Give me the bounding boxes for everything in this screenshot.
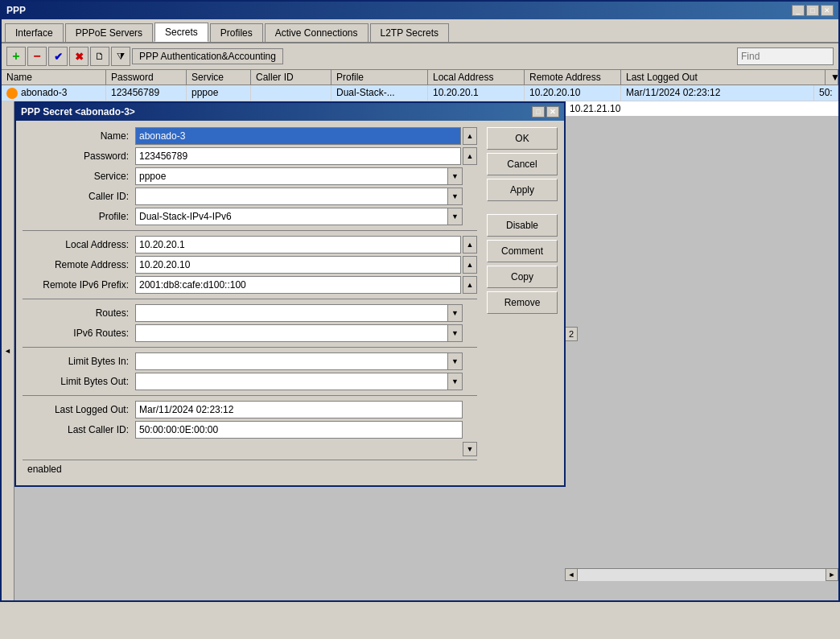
check-button[interactable]: ✔ xyxy=(48,47,68,66)
last-caller-id-label: Last Caller ID: xyxy=(23,424,135,435)
delete-button[interactable]: − xyxy=(27,47,47,66)
remote-ipv6-prefix-label: Remote IPv6 Prefix: xyxy=(23,279,135,291)
cancel-button[interactable]: ✖ xyxy=(69,47,89,66)
left-side-arrow[interactable]: ◄ xyxy=(2,101,14,600)
profile-dropdown-btn[interactable]: ▼ xyxy=(448,208,463,225)
h-scroll-track[interactable] xyxy=(578,569,826,581)
routes-dropdown-btn[interactable]: ▼ xyxy=(448,304,463,322)
ok-button[interactable]: OK xyxy=(487,127,558,150)
service-dropdown-btn[interactable]: ▼ xyxy=(448,167,463,185)
limit-bytes-in-input[interactable] xyxy=(135,352,448,370)
right-ip: 10.21.21.10 xyxy=(565,101,838,116)
right-panel: 10.21.21.10 ◄ ► 2 xyxy=(565,101,838,600)
cell-local-address: 10.20.20.1 xyxy=(428,85,525,101)
separator-4 xyxy=(23,395,477,396)
profile-input-group: ▼ xyxy=(135,208,463,225)
scroll-down-area: ▼ xyxy=(23,442,477,456)
remote-address-input[interactable] xyxy=(135,256,461,274)
ipv6-routes-input[interactable] xyxy=(135,324,448,342)
password-input-group xyxy=(135,147,461,165)
caller-id-input[interactable] xyxy=(135,188,448,205)
last-caller-id-row: Last Caller ID: xyxy=(23,421,477,439)
cell-last-logged-out: Mar/11/2024 02:23:12 xyxy=(621,85,814,101)
copy-button[interactable]: Copy xyxy=(487,266,558,288)
remove-button[interactable]: Remove xyxy=(487,291,558,314)
dialog-title-bar: PPP Secret <abonado-3> □ ✕ xyxy=(16,103,564,121)
col-password: Password xyxy=(106,70,187,85)
password-scroll-up[interactable]: ▲ xyxy=(463,147,477,165)
col-last-logged-out: Last Logged Out xyxy=(621,70,826,85)
name-scroll-up[interactable]: ▲ xyxy=(463,127,477,145)
disable-button[interactable]: Disable xyxy=(487,214,558,237)
tab-profiles[interactable]: Profiles xyxy=(210,23,263,42)
profile-label: Profile: xyxy=(23,211,135,222)
h-scroll-right[interactable]: ► xyxy=(826,568,838,581)
table-row[interactable]: abonado-3 123456789 pppoe Dual-Stack-...… xyxy=(2,85,838,101)
h-scrollbar-area: ◄ ► xyxy=(565,568,838,581)
dialog-close-btn[interactable]: ✕ xyxy=(546,106,559,117)
status-text: enabled xyxy=(27,464,62,475)
cancel-button-dialog[interactable]: Cancel xyxy=(487,153,558,175)
col-local-address: Local Address xyxy=(428,70,525,85)
maximize-btn[interactable]: □ xyxy=(806,5,819,16)
tab-l2tp-secrets[interactable]: L2TP Secrets xyxy=(370,23,449,42)
profile-input[interactable] xyxy=(135,208,448,225)
routes-label: Routes: xyxy=(23,307,135,319)
ipv6-routes-input-group: ▼ xyxy=(135,324,463,342)
caller-id-dropdown-btn[interactable]: ▼ xyxy=(448,188,463,205)
tab-interface[interactable]: Interface xyxy=(5,23,64,42)
limit-bytes-out-label: Limit Bytes Out: xyxy=(23,376,135,387)
comment-button[interactable]: Comment xyxy=(487,240,558,262)
local-address-input-group xyxy=(135,236,461,254)
dialog-restore-btn[interactable]: □ xyxy=(532,106,545,117)
ipv6-routes-dropdown-btn[interactable]: ▼ xyxy=(448,324,463,342)
tab-secrets[interactable]: Secrets xyxy=(154,23,208,42)
service-input-group: ▼ xyxy=(135,167,463,185)
status-icon xyxy=(6,88,18,99)
col-caller-id: Caller ID xyxy=(251,70,331,85)
dialog-content: Name: ▲ Password: ▲ xyxy=(16,121,564,485)
cell-remote-address: 10.20.20.10 xyxy=(525,85,621,101)
password-row: Password: ▲ xyxy=(23,147,477,165)
minimize-btn[interactable]: _ xyxy=(792,5,805,16)
add-button[interactable]: + xyxy=(6,47,26,66)
routes-input[interactable] xyxy=(135,304,448,322)
dialog-title-text: PPP Secret <abonado-3> xyxy=(21,106,135,117)
name-input-group xyxy=(135,127,461,145)
tab-active-connections[interactable]: Active Connections xyxy=(265,23,369,42)
local-address-input[interactable] xyxy=(135,236,461,254)
ppp-auth-btn[interactable]: PPP Authentication&Accounting xyxy=(132,48,283,64)
last-caller-id-input[interactable] xyxy=(135,421,463,439)
limit-bytes-out-dropdown-btn[interactable]: ▼ xyxy=(448,373,463,390)
tab-pppoe-servers[interactable]: PPPoE Servers xyxy=(65,23,153,42)
remote-address-scroll-up[interactable]: ▲ xyxy=(463,256,477,274)
find-input[interactable] xyxy=(737,47,834,65)
ipv6-routes-row: IPv6 Routes: ▼ xyxy=(23,324,477,342)
copy-icon-button[interactable]: 🗋 xyxy=(90,47,109,66)
limit-bytes-out-input[interactable] xyxy=(135,373,448,390)
filter-button[interactable]: ⧩ xyxy=(111,47,130,66)
last-logged-out-input[interactable] xyxy=(135,401,463,418)
caller-id-label: Caller ID: xyxy=(23,191,135,202)
remote-ipv6-prefix-scroll-up[interactable]: ▲ xyxy=(463,276,477,294)
cell-profile: Dual-Stack-... xyxy=(331,85,428,101)
password-input[interactable] xyxy=(135,147,461,165)
separator-3 xyxy=(23,347,477,348)
remote-ipv6-prefix-input[interactable] xyxy=(135,276,461,294)
local-address-scroll-up[interactable]: ▲ xyxy=(463,236,477,254)
col-name: Name xyxy=(2,70,106,85)
limit-bytes-in-dropdown-btn[interactable]: ▼ xyxy=(448,352,463,370)
apply-button[interactable]: Apply xyxy=(487,179,558,201)
last-logged-out-row: Last Logged Out: xyxy=(23,401,477,418)
cell-extra: 50: xyxy=(814,85,838,101)
close-btn[interactable]: ✕ xyxy=(821,5,834,16)
form-scroll-down[interactable]: ▼ xyxy=(463,442,477,456)
remote-address-input-group xyxy=(135,256,461,274)
service-input[interactable] xyxy=(135,167,448,185)
service-row: Service: ▼ xyxy=(23,167,477,185)
dialog: PPP Secret <abonado-3> □ ✕ Name: ▲ xyxy=(14,101,566,487)
name-input[interactable] xyxy=(135,127,461,145)
local-address-row: Local Address: ▲ xyxy=(23,236,477,254)
routes-row: Routes: ▼ xyxy=(23,304,477,322)
h-scroll-left[interactable]: ◄ xyxy=(565,568,578,581)
